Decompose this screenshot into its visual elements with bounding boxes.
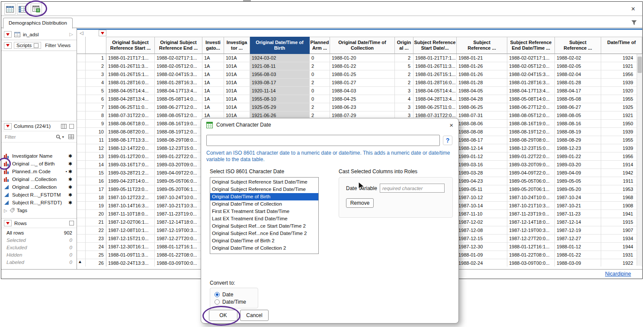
table-cell[interactable]: 1989-05-20T06:1... xyxy=(507,185,555,194)
table-cell[interactable]: 1988-01-28T16:0... xyxy=(106,79,155,87)
table-cell[interactable]: 1920 xyxy=(601,87,642,95)
table-cell[interactable]: 1987-10-24T10:0... xyxy=(507,194,555,202)
table-cell[interactable]: 1988-06-27T12:0... xyxy=(155,103,202,111)
column-header[interactable]: Original SubjectReference Start ... xyxy=(106,37,155,54)
rows-red-triangle-menu-icon[interactable] xyxy=(4,220,12,226)
table-cell[interactable]: 2 xyxy=(310,79,330,87)
table-cell[interactable]: 1944 xyxy=(601,243,642,251)
scripts-checkbox[interactable] xyxy=(34,43,38,48)
table-cell[interactable]: 1988-01-26 xyxy=(457,62,507,70)
table-cell[interactable]: 1989-03-20T09:0... xyxy=(507,161,555,169)
radio-option[interactable]: Date xyxy=(215,291,258,298)
column-list-item[interactable]: Original ...Collection✱ xyxy=(1,175,77,183)
column-list-item[interactable]: Investigator Name✱ xyxy=(1,152,77,160)
table-cell[interactable]: 1988-04-17 xyxy=(555,87,601,95)
table-cell[interactable]: 1987-10-12T23:2... xyxy=(106,194,155,202)
table-cell[interactable]: 1988-02-04 xyxy=(555,70,601,79)
rows-checkbox[interactable] xyxy=(69,221,74,225)
table-cell[interactable]: 1988-01-28T16:0... xyxy=(413,79,457,87)
table-cell[interactable]: 1A xyxy=(202,87,224,95)
row-number[interactable]: 26 xyxy=(86,259,106,267)
table-cell[interactable]: 1987-12-19T00:3... xyxy=(507,226,555,235)
table-cell[interactable]: 1988-01-12 xyxy=(555,243,601,251)
row-marker-cell[interactable] xyxy=(77,79,86,87)
table-cell[interactable]: 1907 xyxy=(601,226,642,235)
scripts-red-triangle-menu-icon[interactable] xyxy=(4,42,12,49)
table-cell[interactable]: 1987-12-19 xyxy=(555,226,601,235)
table-cell[interactable]: 2 xyxy=(395,79,413,87)
table-cell[interactable]: 1988-01-09 xyxy=(457,251,507,259)
table-cell[interactable]: 1988-08-08 xyxy=(457,128,507,136)
list-option[interactable]: Original Subject Ref...nce End Date/Time… xyxy=(210,230,318,237)
column-list-item[interactable]: Planned..m Code▪✱ xyxy=(1,168,77,175)
columns-filter-input[interactable]: Filter xyxy=(5,134,16,140)
row-marker-cell[interactable] xyxy=(77,185,86,194)
table-cell[interactable]: 1988-12-23T15:0... xyxy=(507,144,555,152)
table-cell[interactable]: 1988-08-29 xyxy=(555,136,601,144)
table-cell[interactable]: 1989-01-12T20:0... xyxy=(106,152,155,161)
row-number[interactable]: 6 xyxy=(86,95,106,103)
table-cell[interactable]: 3 xyxy=(395,103,413,111)
row-marker-cell[interactable] xyxy=(77,194,86,202)
table-cell[interactable]: 1908 xyxy=(601,202,642,210)
column-header[interactable]: PlannedArm ... xyxy=(310,37,330,54)
list-option[interactable]: Original Date/Time of Birth 2 xyxy=(210,237,318,244)
table-cell[interactable]: 1988-04-05T14:4... xyxy=(106,87,155,95)
table-cell[interactable]: 1987-12-14T18:0... xyxy=(507,218,555,226)
table-cell[interactable]: 1988-02-05 xyxy=(555,62,601,70)
row-number[interactable]: 12 xyxy=(86,144,106,152)
vertical-scrollbar[interactable] xyxy=(637,54,642,266)
scrollbar-thumb[interactable] xyxy=(638,57,642,73)
table-cell[interactable]: 1987-12-02T06:1... xyxy=(106,218,155,226)
list-option[interactable]: Original Date/Time of Birth xyxy=(210,193,318,200)
table-cell[interactable]: 1988-01-26T11:3... xyxy=(106,62,155,70)
table-cell[interactable]: 1988-04-25 xyxy=(330,95,395,103)
row-marker-cell[interactable] xyxy=(77,218,86,226)
table-cell[interactable]: 1955 xyxy=(601,95,642,103)
row-number[interactable]: 23 xyxy=(86,235,106,243)
table-cell[interactable]: 1988-08-19T12:0... xyxy=(507,128,555,136)
table-cell[interactable]: 1987-11-23 xyxy=(555,210,601,218)
window-close-button[interactable]: × xyxy=(628,4,638,14)
tags-row[interactable]: ▷ Tags xyxy=(1,206,77,214)
table-cell[interactable]: 1988-05-08T14:0... xyxy=(507,95,555,103)
row-number[interactable]: 4 xyxy=(86,79,106,87)
table-cell[interactable]: 1988-03-09T00:0... xyxy=(507,259,555,267)
column-header[interactable]: Investigator ... xyxy=(224,37,250,54)
table-cell[interactable]: 1988-08-16 xyxy=(555,120,601,128)
table-cell[interactable]: 1988-12-14 xyxy=(457,144,507,152)
list-option[interactable]: Last EX Treatment End Date/Time xyxy=(210,215,318,222)
table-cell[interactable]: 2 xyxy=(395,70,413,79)
filter-views-label[interactable]: Filter Views xyxy=(45,43,70,48)
row-number[interactable]: 15 xyxy=(86,169,106,177)
table-cell[interactable]: 1988-07-31 xyxy=(457,111,507,120)
table-cell[interactable]: 1988-08-19 xyxy=(555,128,601,136)
table-cell[interactable]: 1988-02-05T12:0... xyxy=(507,62,555,70)
table-cell[interactable]: 1988-01-22T08:0... xyxy=(507,251,555,259)
table-name[interactable]: in_adsl xyxy=(23,32,38,37)
table-cell[interactable]: 1939 xyxy=(601,79,642,87)
table-cell[interactable]: 1988-08-08T20:0... xyxy=(106,128,155,136)
table-cell[interactable]: 1988-08-17T13:3... xyxy=(106,136,155,144)
table-cell[interactable]: 1989-01-22 xyxy=(555,152,601,161)
table-cell[interactable]: 1988-01-28 xyxy=(555,79,601,87)
data-table-icon[interactable] xyxy=(4,3,16,15)
table-cell[interactable]: 1988-01-26T11:3... xyxy=(413,62,457,70)
iso-date-list[interactable]: Original Subject Reference Start Date/Ti… xyxy=(210,177,319,254)
table-cell[interactable]: 1988-06-27 xyxy=(555,103,601,111)
row-number[interactable]: 13 xyxy=(86,152,106,161)
row-marker-cell[interactable] xyxy=(77,87,86,95)
row-number[interactable]: 22 xyxy=(86,226,106,235)
row-marker-cell[interactable] xyxy=(77,169,86,177)
row-marker-cell[interactable] xyxy=(77,210,86,218)
expand-arrow-icon[interactable]: ▷ xyxy=(70,32,73,37)
table-cell[interactable]: 1989-03-20 xyxy=(555,161,601,169)
table-cell[interactable]: 1988-08-17 xyxy=(457,136,507,144)
table-cell[interactable]: 1989-04-23 xyxy=(457,177,507,185)
table-cell[interactable]: 1988-12-23T15:0... xyxy=(155,144,202,152)
table-cell[interactable]: 1988-02-24T13:3... xyxy=(106,259,155,267)
row-number[interactable]: 2 xyxy=(86,62,106,70)
table-cell[interactable]: 1939 xyxy=(601,128,642,136)
row-marker-cell[interactable] xyxy=(77,128,86,136)
table-cell[interactable]: 1988-02-24 xyxy=(457,259,507,267)
